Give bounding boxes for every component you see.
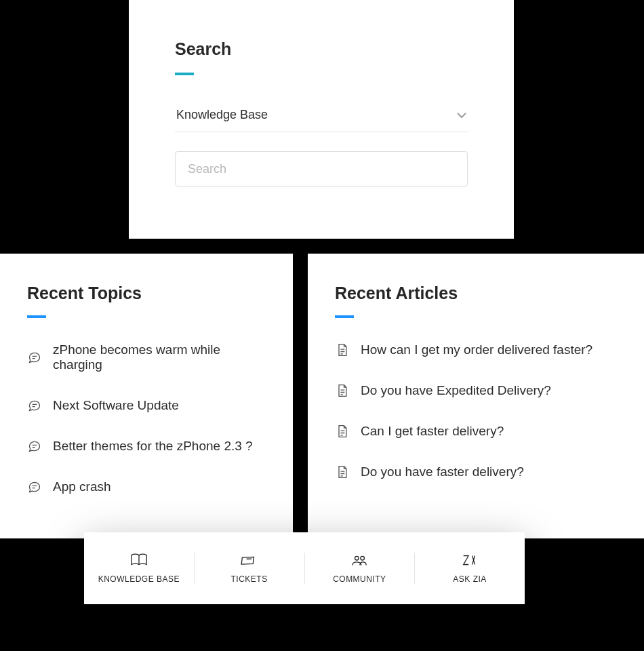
list-item[interactable]: Do you have faster delivery? bbox=[335, 465, 617, 479]
recent-articles-card: Recent Articles How can I get my order d… bbox=[308, 254, 644, 538]
list-item[interactable]: App crash bbox=[27, 479, 266, 494]
list-item-label: How can I get my order delivered faster? bbox=[361, 342, 592, 357]
recent-topics-list: zPhone becomes warm while charging Next … bbox=[27, 342, 266, 494]
chat-bubble-icon bbox=[27, 398, 42, 413]
title-underline bbox=[335, 315, 354, 318]
search-scope-selector[interactable]: Knowledge Base bbox=[175, 100, 468, 132]
zia-icon bbox=[461, 553, 479, 568]
list-item-label: Can I get faster delivery? bbox=[361, 424, 504, 439]
search-input[interactable] bbox=[175, 151, 468, 186]
nav-item-label: TICKETS bbox=[231, 574, 268, 584]
list-item[interactable]: Better themes for the zPhone 2.3 ? bbox=[27, 439, 266, 454]
recent-topics-card: Recent Topics zPhone becomes warm while … bbox=[0, 254, 293, 538]
list-item[interactable]: zPhone becomes warm while charging bbox=[27, 342, 266, 372]
nav-item-label: KNOWLEDGE BASE bbox=[98, 574, 180, 584]
search-title: Search bbox=[175, 39, 468, 59]
document-icon bbox=[335, 342, 350, 357]
nav-item-label: ASK ZIA bbox=[453, 574, 487, 584]
title-underline bbox=[27, 315, 46, 318]
nav-item-knowledge-base[interactable]: KNOWLEDGE BASE bbox=[84, 553, 195, 584]
nav-item-label: COMMUNITY bbox=[333, 574, 386, 584]
search-card: Search Knowledge Base bbox=[129, 0, 514, 239]
recent-articles-list: How can I get my order delivered faster?… bbox=[335, 342, 617, 479]
title-underline bbox=[175, 73, 194, 75]
svg-point-1 bbox=[361, 556, 365, 560]
ticket-icon bbox=[241, 553, 258, 568]
list-item-label: zPhone becomes warm while charging bbox=[53, 342, 266, 372]
list-item-label: Do you have Expedited Delivery? bbox=[361, 383, 551, 398]
book-icon bbox=[130, 553, 148, 568]
chat-bubble-icon bbox=[27, 350, 42, 365]
list-item-label: App crash bbox=[53, 479, 111, 494]
chat-bubble-icon bbox=[27, 479, 42, 494]
people-icon bbox=[350, 553, 368, 568]
nav-item-tickets[interactable]: TICKETS bbox=[195, 553, 305, 584]
list-item[interactable]: Next Software Update bbox=[27, 398, 266, 413]
recent-topics-title: Recent Topics bbox=[27, 283, 266, 303]
nav-item-ask-zia[interactable]: ASK ZIA bbox=[415, 553, 525, 584]
svg-point-0 bbox=[355, 556, 359, 560]
document-icon bbox=[335, 383, 350, 398]
search-scope-label: Knowledge Base bbox=[176, 108, 268, 122]
document-icon bbox=[335, 424, 350, 439]
chat-bubble-icon bbox=[27, 439, 42, 454]
list-item[interactable]: Do you have Expedited Delivery? bbox=[335, 383, 617, 398]
list-item-label: Better themes for the zPhone 2.3 ? bbox=[53, 439, 253, 454]
recent-articles-title: Recent Articles bbox=[335, 283, 617, 303]
list-item-label: Do you have faster delivery? bbox=[361, 465, 524, 479]
list-item[interactable]: How can I get my order delivered faster? bbox=[335, 342, 617, 357]
list-item-label: Next Software Update bbox=[53, 398, 179, 413]
chevron-down-icon bbox=[457, 111, 466, 120]
document-icon bbox=[335, 465, 350, 479]
list-item[interactable]: Can I get faster delivery? bbox=[335, 424, 617, 439]
bottom-nav: KNOWLEDGE BASE TICKETS COMMUNITY ASK ZIA bbox=[84, 532, 525, 604]
nav-item-community[interactable]: COMMUNITY bbox=[305, 553, 416, 584]
